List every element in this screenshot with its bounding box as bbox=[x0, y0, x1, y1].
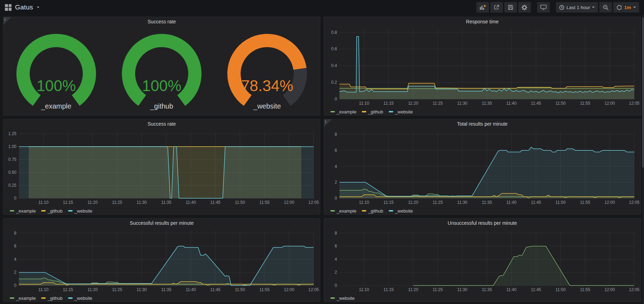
scrollbar-thumb[interactable] bbox=[642, 17, 644, 168]
legend-swatch bbox=[389, 111, 393, 112]
panel-title[interactable]: Success rate bbox=[3, 17, 320, 26]
legend-item[interactable]: _github bbox=[362, 208, 383, 214]
svg-text:11:15: 11:15 bbox=[63, 287, 73, 292]
svg-text:_website: _website bbox=[253, 102, 281, 110]
panel-info-icon[interactable]: i bbox=[324, 119, 332, 127]
legend-label: _website bbox=[395, 109, 413, 114]
add-panel-button[interactable] bbox=[476, 2, 489, 13]
legend-item[interactable]: _example bbox=[330, 109, 356, 114]
svg-text:0: 0 bbox=[335, 283, 337, 288]
panel-title[interactable]: Success rate bbox=[3, 119, 320, 128]
legend-swatch bbox=[10, 297, 14, 299]
svg-text:11:40: 11:40 bbox=[506, 101, 517, 106]
dashboard-picker[interactable]: Gatus bbox=[5, 3, 39, 11]
legend-label: _example bbox=[16, 208, 36, 214]
legend-item[interactable]: _example bbox=[330, 208, 356, 214]
gear-icon bbox=[521, 5, 527, 10]
panel-title[interactable]: Unsuccessful results per minute bbox=[324, 218, 641, 228]
legend-item[interactable]: _website bbox=[330, 296, 354, 301]
panel-info-icon[interactable]: i bbox=[3, 17, 11, 25]
svg-text:0.2: 0.2 bbox=[331, 80, 337, 85]
share-button[interactable] bbox=[490, 2, 503, 13]
panel-title[interactable]: Total results per minute bbox=[324, 119, 641, 128]
tv-mode-button[interactable] bbox=[537, 2, 550, 13]
legend-item[interactable]: _example bbox=[10, 296, 36, 301]
panel-unsuccessful-results: Unsuccessful results per minute 0246811:… bbox=[324, 218, 641, 302]
svg-text:_github: _github bbox=[150, 102, 173, 110]
gauge-github: 100%_github bbox=[109, 26, 214, 116]
page-scrollbar[interactable] bbox=[642, 15, 644, 304]
navbar: Gatus bbox=[0, 0, 644, 15]
svg-text:11:15: 11:15 bbox=[383, 200, 394, 205]
chevron-down-icon bbox=[37, 7, 39, 8]
svg-text:8: 8 bbox=[14, 231, 16, 236]
panel-successful-results: Successful results per minute 0246811:10… bbox=[3, 218, 320, 302]
panel-title[interactable]: Successful results per minute bbox=[3, 218, 320, 228]
svg-text:11:50: 11:50 bbox=[555, 101, 565, 106]
clock-icon bbox=[559, 5, 564, 10]
svg-text:11:35: 11:35 bbox=[482, 287, 492, 292]
legend-item[interactable]: _website bbox=[68, 296, 92, 301]
save-button[interactable] bbox=[504, 2, 517, 13]
dashboard-grid: i Success rate 100%_example100%_github78… bbox=[0, 15, 644, 302]
svg-text:6: 6 bbox=[14, 244, 16, 249]
bar-chart-plus-icon bbox=[480, 5, 486, 10]
chart-legend: _example_github_website bbox=[324, 207, 641, 215]
legend-swatch bbox=[330, 210, 335, 212]
chevron-down-icon bbox=[633, 7, 636, 8]
svg-text:0.50: 0.50 bbox=[8, 170, 17, 175]
svg-text:11:30: 11:30 bbox=[457, 287, 467, 292]
chart-canvas[interactable]: 0246811:1011:1511:2011:2511:3011:3511:40… bbox=[324, 128, 641, 207]
legend-item[interactable]: _github bbox=[41, 296, 63, 301]
legend-label: _website bbox=[337, 296, 354, 301]
svg-text:11:40: 11:40 bbox=[506, 200, 517, 205]
zoom-out-button[interactable] bbox=[599, 2, 612, 13]
legend-swatch bbox=[41, 297, 46, 299]
gauge-group: 100%_example100%_github78.34%_website bbox=[3, 26, 320, 116]
legend-label: _website bbox=[74, 208, 92, 214]
svg-text:11:45: 11:45 bbox=[531, 287, 541, 292]
svg-text:2: 2 bbox=[335, 270, 337, 275]
legend-swatch bbox=[330, 297, 335, 299]
svg-text:11:40: 11:40 bbox=[186, 287, 196, 292]
panel-response-time: Response time 00.20.40.60.811:1011:1511:… bbox=[324, 17, 641, 116]
legend-item[interactable]: _github bbox=[41, 208, 63, 214]
svg-text:11:30: 11:30 bbox=[457, 200, 467, 205]
svg-text:11:55: 11:55 bbox=[259, 287, 270, 292]
legend-item[interactable]: _example bbox=[10, 208, 36, 214]
settings-button[interactable] bbox=[518, 2, 531, 13]
svg-text:11:50: 11:50 bbox=[555, 200, 565, 205]
svg-text:0: 0 bbox=[335, 97, 337, 102]
chart-canvas[interactable]: 0246811:1011:1511:2011:2511:3011:3511:40… bbox=[3, 228, 320, 295]
svg-text:11:45: 11:45 bbox=[210, 287, 220, 292]
svg-text:11:25: 11:25 bbox=[433, 200, 443, 205]
chart-canvas[interactable]: 0246811:1011:1511:2011:2511:3011:3511:40… bbox=[324, 228, 641, 295]
svg-text:11:35: 11:35 bbox=[482, 101, 492, 106]
svg-text:12:05: 12:05 bbox=[308, 200, 319, 205]
legend-label: _github bbox=[47, 296, 63, 301]
svg-text:11:20: 11:20 bbox=[408, 200, 418, 205]
legend-item[interactable]: _github bbox=[362, 109, 383, 114]
refresh-interval-label: 1m bbox=[624, 5, 631, 10]
svg-text:11:55: 11:55 bbox=[259, 200, 270, 205]
panel-title[interactable]: Response time bbox=[324, 17, 641, 26]
legend-label: _example bbox=[337, 208, 356, 214]
time-range-picker[interactable]: Last 1 hour bbox=[556, 2, 598, 13]
chart-canvas[interactable]: 00.250.500.751.001.2511:1011:1511:2011:2… bbox=[3, 128, 320, 207]
chart-canvas[interactable]: 00.20.40.60.811:1011:1511:2011:2511:3011… bbox=[324, 26, 641, 108]
legend-item[interactable]: _website bbox=[389, 208, 413, 214]
svg-text:11:15: 11:15 bbox=[383, 101, 394, 106]
svg-text:11:35: 11:35 bbox=[161, 200, 171, 205]
svg-text:2: 2 bbox=[335, 180, 337, 185]
svg-text:11:35: 11:35 bbox=[161, 287, 171, 292]
refresh-picker[interactable]: 1m bbox=[613, 2, 639, 13]
legend-label: _website bbox=[395, 208, 413, 214]
svg-text:11:10: 11:10 bbox=[359, 101, 369, 106]
panel-total-results: i Total results per minute 0246811:1011:… bbox=[324, 119, 641, 215]
svg-text:11:40: 11:40 bbox=[506, 287, 517, 292]
legend-item[interactable]: _website bbox=[389, 109, 413, 114]
svg-text:4: 4 bbox=[335, 164, 337, 169]
legend-item[interactable]: _website bbox=[68, 208, 92, 214]
svg-text:4: 4 bbox=[14, 257, 16, 262]
svg-text:11:55: 11:55 bbox=[580, 287, 590, 292]
